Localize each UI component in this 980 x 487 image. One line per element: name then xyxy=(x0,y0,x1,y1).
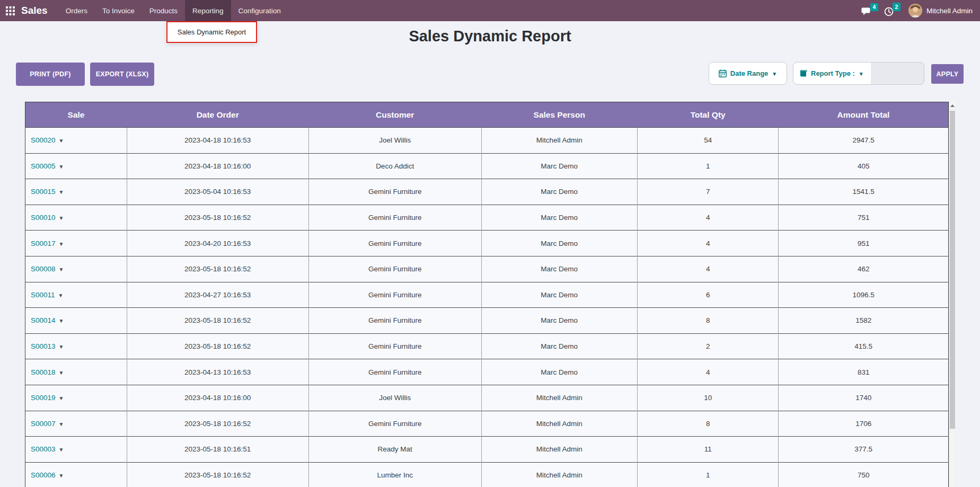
amount-total-cell: 1582 xyxy=(779,308,949,334)
menu-item-sales-dynamic-report[interactable]: Sales Dynamic Report xyxy=(178,28,246,36)
caret-down-icon: ▼ xyxy=(59,344,64,350)
date-order-cell: 2023-05-18 10:16:51 xyxy=(127,437,308,463)
sales-person-cell: Marc Demo xyxy=(481,282,637,308)
sale-cell: S00011▼ xyxy=(25,282,127,308)
sale-order-link[interactable]: S00018▼ xyxy=(31,368,64,376)
sales-person-cell: Marc Demo xyxy=(481,308,637,334)
sale-order-link[interactable]: S00010▼ xyxy=(31,214,64,222)
customer-cell: Deco Addict xyxy=(308,153,481,179)
date-range-dropdown[interactable]: Date Range ▼ xyxy=(709,62,787,85)
sale-order-link[interactable]: S00011▼ xyxy=(31,291,63,299)
date-order-cell: 2023-04-18 10:16:00 xyxy=(127,153,308,179)
sale-cell: S00008▼ xyxy=(25,256,127,282)
sales-person-cell: Mitchell Admin xyxy=(481,462,637,487)
nav-item-to-invoice[interactable]: To Invoice xyxy=(95,0,142,21)
nav-item-configuration[interactable]: Configuration xyxy=(231,0,288,21)
table-row: S00010▼ 2023-05-18 10:16:52 Gemini Furni… xyxy=(25,205,949,231)
amount-total-cell: 1541.5 xyxy=(779,179,949,205)
sale-cell: S00019▼ xyxy=(25,385,127,411)
apply-button[interactable]: APPLY xyxy=(931,64,964,84)
caret-down-icon: ▼ xyxy=(59,215,64,221)
total-qty-cell: 1 xyxy=(637,462,779,487)
sales-report-table: Sale Date Order Customer Sales Person To… xyxy=(25,102,949,487)
caret-down-icon: ▼ xyxy=(58,293,64,298)
scrollbar-thumb[interactable] xyxy=(950,111,955,429)
customer-cell: Joel Willis xyxy=(308,128,481,154)
sales-person-cell: Marc Demo xyxy=(481,153,637,179)
activities-badge: 2 xyxy=(893,3,900,11)
date-order-cell: 2023-05-18 10:16:52 xyxy=(127,462,308,487)
caret-down-icon: ▼ xyxy=(59,395,64,401)
report-type-control: Report Type : ▼ xyxy=(793,62,924,85)
activities-button[interactable]: 2 xyxy=(884,5,894,16)
amount-total-cell: 462 xyxy=(779,256,949,282)
top-navbar: Sales OrdersTo InvoiceProductsReportingC… xyxy=(0,0,980,21)
customer-cell: Joel Willis xyxy=(308,385,481,411)
sale-order-link[interactable]: S00014▼ xyxy=(31,316,64,324)
column-header-sales-person: Sales Person xyxy=(481,102,637,128)
total-qty-cell: 54 xyxy=(637,128,779,154)
table-row: S00005▼ 2023-04-18 10:16:00 Deco Addict … xyxy=(25,153,949,179)
table-row: S00011▼ 2023-04-27 10:16:53 Gemini Furni… xyxy=(25,282,949,308)
sale-order-link[interactable]: S00013▼ xyxy=(31,342,64,350)
customer-cell: Lumber Inc xyxy=(308,462,481,487)
total-qty-cell: 10 xyxy=(637,385,779,411)
caret-down-icon: ▼ xyxy=(59,473,64,479)
app-name[interactable]: Sales xyxy=(21,5,48,16)
table-row: S00014▼ 2023-05-18 10:16:52 Gemini Furni… xyxy=(25,308,949,334)
sale-cell: S00014▼ xyxy=(25,308,127,334)
scrollbar-up-button[interactable] xyxy=(949,102,955,110)
user-menu[interactable]: Mitchell Admin xyxy=(908,4,973,17)
user-name: Mitchell Admin xyxy=(926,7,973,15)
sales-person-cell: Mitchell Admin xyxy=(481,128,637,154)
export-xlsx-button[interactable]: EXPORT (XLSX) xyxy=(90,63,154,86)
customer-cell: Gemini Furniture xyxy=(308,231,481,256)
sale-order-link[interactable]: S00003▼ xyxy=(31,445,64,453)
amount-total-cell: 1706 xyxy=(779,411,949,437)
sale-cell: S00005▼ xyxy=(25,153,127,179)
report-type-label: Report Type : xyxy=(811,69,855,77)
customer-cell: Gemini Furniture xyxy=(308,411,481,437)
sale-order-link[interactable]: S00007▼ xyxy=(31,420,64,428)
sales-person-cell: Mitchell Admin xyxy=(481,437,637,463)
nav-item-products[interactable]: Products xyxy=(142,0,185,21)
table-row: S00013▼ 2023-05-18 10:16:52 Gemini Furni… xyxy=(25,333,949,359)
column-header-customer: Customer xyxy=(308,102,481,128)
sales-person-cell: Marc Demo xyxy=(481,359,637,385)
report-type-dropdown[interactable]: Report Type : ▼ xyxy=(793,63,871,84)
total-qty-cell: 2 xyxy=(637,333,779,359)
nav-item-reporting[interactable]: Reporting xyxy=(185,0,231,21)
table-row: S00018▼ 2023-04-13 10:16:53 Gemini Furni… xyxy=(25,359,949,385)
sale-order-link[interactable]: S00015▼ xyxy=(31,188,64,196)
total-qty-cell: 4 xyxy=(637,359,779,385)
table-scrollbar[interactable] xyxy=(949,102,955,487)
total-qty-cell: 6 xyxy=(637,282,779,308)
sale-order-link[interactable]: S00017▼ xyxy=(31,240,64,247)
amount-total-cell: 831 xyxy=(779,359,949,385)
customer-cell: Gemini Furniture xyxy=(308,282,481,308)
table-row: S00008▼ 2023-05-18 10:16:52 Gemini Furni… xyxy=(25,256,949,282)
sale-order-link[interactable]: S00005▼ xyxy=(31,162,64,170)
messages-button[interactable]: 4 xyxy=(861,5,871,16)
apps-menu-button[interactable] xyxy=(0,0,20,21)
date-order-cell: 2023-04-18 10:16:00 xyxy=(127,385,308,411)
caret-down-icon: ▼ xyxy=(772,71,777,77)
sale-order-link[interactable]: S00019▼ xyxy=(31,394,64,402)
caret-down-icon: ▼ xyxy=(59,267,64,272)
date-order-cell: 2023-05-18 10:16:52 xyxy=(127,256,308,282)
date-range-label: Date Range xyxy=(730,69,769,77)
amount-total-cell: 1740 xyxy=(779,385,949,411)
total-qty-cell: 1 xyxy=(637,153,779,179)
print-pdf-button[interactable]: PRINT (PDF) xyxy=(16,63,85,86)
table-row: S00019▼ 2023-04-18 10:16:00 Joel Willis … xyxy=(25,385,949,411)
total-qty-cell: 7 xyxy=(637,179,779,205)
page-title: Sales Dynamic Report xyxy=(0,28,980,45)
navbar-left: Sales OrdersTo InvoiceProductsReportingC… xyxy=(0,0,288,21)
table-row: S00015▼ 2023-05-04 10:16:53 Gemini Furni… xyxy=(25,179,949,205)
sale-order-link[interactable]: S00020▼ xyxy=(31,136,64,144)
sale-cell: S00013▼ xyxy=(25,333,127,359)
date-order-cell: 2023-04-20 10:16:53 xyxy=(127,231,308,256)
sale-order-link[interactable]: S00006▼ xyxy=(31,471,64,479)
nav-item-orders[interactable]: Orders xyxy=(58,0,95,21)
sale-order-link[interactable]: S00008▼ xyxy=(31,265,64,273)
